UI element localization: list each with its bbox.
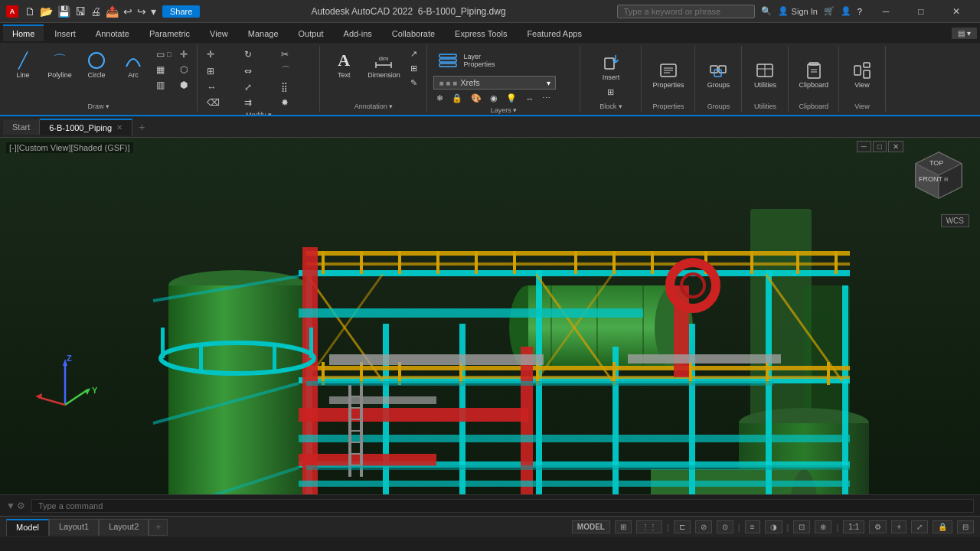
command-options-btn[interactable]: ⚙ (17, 500, 25, 511)
grid-btn[interactable]: ⊞ (615, 520, 632, 533)
tab-featured-apps[interactable]: Featured Apps (518, 24, 591, 41)
subscription-icon[interactable]: 🛒 (824, 6, 835, 16)
boundary-button[interactable]: ⬢ (177, 78, 191, 92)
layer-lock-button[interactable]: 🔒 (449, 92, 466, 105)
circle-button[interactable]: Circle (80, 47, 113, 82)
tab-model[interactable]: Model (6, 519, 49, 536)
tab-close-icon[interactable]: ✕ (116, 123, 122, 132)
tab-insert[interactable]: Insert (45, 24, 85, 41)
new-layout-btn[interactable]: + (149, 519, 168, 536)
layer-freeze-button[interactable]: ❄ (433, 92, 446, 105)
snap-btn[interactable]: ⋮⋮ (636, 520, 662, 533)
workspace-dropdown[interactable]: ▤ ▾ (952, 28, 977, 39)
tab-start[interactable]: Start (3, 119, 40, 135)
account-icon[interactable]: 👤 (841, 6, 851, 16)
mirror-tool[interactable]: ⇔ (241, 64, 276, 78)
undo-icon[interactable]: ↩ (122, 4, 134, 19)
leader-button[interactable]: ↗ (407, 47, 420, 60)
selection-btn[interactable]: ⊡ (793, 520, 810, 533)
layer-isolate-button[interactable]: ◉ (487, 92, 501, 105)
tab-manage[interactable]: Manage (239, 24, 288, 41)
groups-button[interactable]: Groups (701, 57, 735, 92)
offset-tool[interactable]: ⇉ (241, 96, 276, 109)
view-cube[interactable]: TOP FRONT R (908, 148, 969, 210)
save-as-icon[interactable]: 🖫 (74, 4, 87, 19)
tab-parametric[interactable]: Parametric (140, 24, 199, 41)
search-icon[interactable]: 🔍 (761, 6, 772, 16)
tab-6b1000-piping[interactable]: 6-B-1000_Piping ✕ (40, 119, 132, 135)
move-tool[interactable]: ✛ (204, 47, 239, 61)
insert-button[interactable]: Insert (594, 50, 628, 84)
gizmo-btn[interactable]: ⊕ (815, 520, 831, 533)
sign-in-button[interactable]: 👤 Sign In (778, 6, 818, 16)
minimize-button[interactable]: ─ (868, 0, 903, 23)
view-button[interactable]: View (845, 57, 879, 92)
tab-express-tools[interactable]: Express Tools (446, 24, 516, 41)
command-history-btn[interactable]: ▼ (6, 500, 15, 511)
lineweight-btn[interactable]: ≡ (745, 520, 760, 533)
layer-more-button[interactable]: ⋯ (539, 92, 554, 105)
viewport-close-btn[interactable]: ✕ (888, 141, 903, 152)
maximize-button[interactable]: □ (903, 0, 939, 23)
fillet-tool[interactable]: ⌒ (278, 63, 313, 79)
ortho-btn[interactable]: ⊏ (674, 520, 691, 533)
layer-color-button[interactable]: 🎨 (468, 92, 485, 105)
rotate-tool[interactable]: ↻ (241, 47, 276, 61)
lock-btn[interactable]: 🔒 (933, 520, 952, 533)
region-button[interactable]: ⬡ (177, 63, 191, 77)
viewport[interactable]: [-][Custom View][Shaded (GSF)] (0, 138, 980, 494)
settings-btn[interactable]: ⚙ (869, 520, 887, 533)
layer-off-button[interactable]: 💡 (503, 92, 520, 105)
gradient-button[interactable]: ▥ (153, 78, 174, 92)
markup-button[interactable]: ✎ (407, 77, 420, 90)
stretch-tool[interactable]: ↔ (204, 80, 239, 94)
viewport-minimize-btn[interactable]: ─ (857, 141, 871, 152)
publish-icon[interactable]: 📤 (104, 4, 120, 19)
polyline-button[interactable]: ⌒ Polyline (43, 47, 77, 82)
transparency-btn[interactable]: ◑ (765, 520, 782, 533)
new-tab-button[interactable]: + (132, 118, 151, 136)
rectangle-button[interactable]: ▭□ (153, 47, 174, 61)
erase-tool[interactable]: ⌫ (204, 96, 239, 109)
tab-layout2[interactable]: Layout2 (99, 519, 149, 536)
text-button[interactable]: A Text (327, 47, 361, 82)
share-button[interactable]: Share (162, 5, 200, 18)
tab-output[interactable]: Output (289, 24, 333, 41)
save-icon[interactable]: 💾 (56, 4, 72, 19)
toolbar-toggle-btn[interactable]: ⊟ (957, 520, 974, 533)
zoom-in-btn[interactable]: + (891, 520, 906, 533)
print-icon[interactable]: 🖨 (89, 4, 103, 19)
tab-addins[interactable]: Add-ins (335, 24, 381, 41)
table-button[interactable]: ⊞ (407, 62, 420, 75)
viewport-restore-btn[interactable]: □ (873, 141, 887, 152)
explode-tool[interactable]: ✸ (278, 96, 313, 109)
dropdown-icon[interactable]: ▾ (149, 4, 158, 19)
search-input[interactable] (617, 5, 755, 18)
new-file-icon[interactable]: 🗋 (23, 4, 37, 19)
clipboard-button[interactable]: Clipboard (795, 57, 832, 92)
osnap-btn[interactable]: ⊙ (717, 520, 733, 533)
create-block-button[interactable]: ⊞ (604, 86, 617, 99)
properties-button[interactable]: Properties (648, 57, 688, 92)
layer-match-button[interactable]: ↔ (522, 92, 537, 105)
dimension-button[interactable]: dim Dimension (364, 47, 404, 82)
open-file-icon[interactable]: 📂 (38, 4, 54, 19)
tab-view[interactable]: View (201, 24, 237, 41)
layer-properties-button[interactable]: LayerProperties (433, 47, 498, 73)
polar-btn[interactable]: ⊘ (695, 520, 712, 533)
fullscreen-btn[interactable]: ⤢ (911, 520, 928, 533)
help-icon[interactable]: ? (858, 7, 862, 16)
command-input[interactable] (31, 499, 974, 513)
move-button[interactable]: ✛ (177, 47, 191, 61)
array-tool[interactable]: ⣿ (278, 80, 313, 94)
close-button[interactable]: ✕ (939, 0, 974, 23)
layers-dropdown[interactable]: ■ ■ ■ Xrefs ▾ (433, 76, 556, 90)
hatch-button[interactable]: ▦ (153, 63, 174, 77)
utilities-button[interactable]: Utilities (748, 57, 782, 92)
tab-home[interactable]: Home (3, 24, 44, 41)
scale-tool[interactable]: ⤢ (241, 80, 276, 94)
annotation-scale[interactable]: 1:1 (843, 520, 864, 533)
copy-tool[interactable]: ⊞ (204, 64, 239, 78)
tab-collaborate[interactable]: Collaborate (383, 24, 444, 41)
arc-button[interactable]: Arc (116, 47, 150, 82)
